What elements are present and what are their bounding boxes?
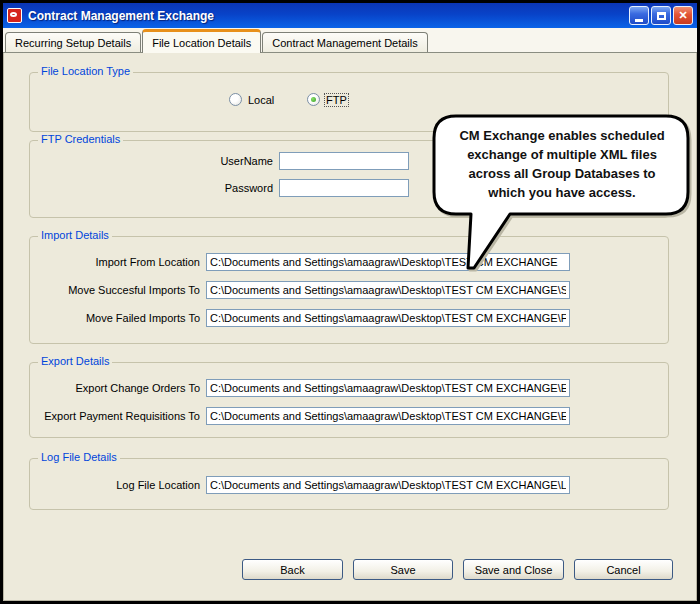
callout-bubble: CM Exchange enables scheduled exchange o… [424,110,700,272]
move-successful-imports-row: Move Succesful Imports To [37,281,570,299]
import-from-location-label: Import From Location [37,256,206,268]
tab-file-location-details[interactable]: File Location Details [142,29,261,53]
move-failed-imports-row: Move Failed Imports To [37,309,570,327]
close-button[interactable]: ✕ [673,6,693,25]
tab-bar: Recurring Setup Details File Location De… [3,28,697,53]
oracle-logo-icon [7,8,22,23]
move-failed-imports-field[interactable] [206,309,570,327]
username-row: UserName [161,152,409,170]
tab-recurring-setup-details[interactable]: Recurring Setup Details [5,32,141,52]
back-button[interactable]: Back [242,559,343,580]
radio-ftp[interactable]: FTP [307,93,348,106]
minimize-icon [635,19,643,22]
maximize-icon [657,12,666,20]
export-change-orders-label: Export Change Orders To [37,382,206,394]
export-payment-requisitions-row: Export Payment Requisitions To [37,407,570,425]
radio-ftp-label: FTP [325,94,348,106]
username-label: UserName [161,155,279,167]
radio-ftp-circle-icon [307,93,320,106]
close-icon: ✕ [678,9,687,22]
move-failed-imports-label: Move Failed Imports To [37,312,206,324]
titlebar: Contract Management Exchange ✕ [3,3,697,28]
log-file-location-row: Log File Location [37,476,570,494]
password-field[interactable] [279,179,409,197]
group-title-ftp-credentials: FTP Credentials [38,133,123,145]
radio-local-label: Local [247,94,275,106]
export-change-orders-field[interactable] [206,379,570,397]
tab-page-file-location-details: File Location Type FTP Credentials Impor… [3,53,697,601]
group-title-file-location-type: File Location Type [38,65,133,77]
export-payment-requisitions-label: Export Payment Requisitions To [37,410,206,422]
cancel-button[interactable]: Cancel [574,559,673,580]
username-field[interactable] [279,152,409,170]
group-title-export-details: Export Details [38,355,112,367]
password-label: Password [161,182,279,194]
radio-local[interactable]: Local [229,93,275,106]
export-payment-requisitions-field[interactable] [206,407,570,425]
maximize-button[interactable] [651,6,671,25]
move-successful-imports-label: Move Succesful Imports To [37,284,206,296]
save-button[interactable]: Save [353,559,453,580]
minimize-button[interactable] [629,6,649,25]
radio-local-circle-icon [229,93,242,106]
log-file-location-label: Log File Location [37,479,206,491]
window-title: Contract Management Exchange [28,9,627,23]
tab-contract-management-details[interactable]: Contract Management Details [262,32,428,52]
move-successful-imports-field[interactable] [206,281,570,299]
group-export-details: Export Details [29,362,669,438]
radio-selected-dot-icon [311,97,316,102]
group-title-log-file-details: Log File Details [38,451,120,463]
log-file-location-field[interactable] [206,476,570,494]
group-title-import-details: Import Details [38,229,112,241]
contract-management-exchange-window: Contract Management Exchange ✕ Recurring… [0,0,700,604]
save-and-close-button[interactable]: Save and Close [463,559,564,580]
export-change-orders-row: Export Change Orders To [37,379,570,397]
callout-text: CM Exchange enables scheduled exchange o… [440,126,684,202]
password-row: Password [161,179,409,197]
